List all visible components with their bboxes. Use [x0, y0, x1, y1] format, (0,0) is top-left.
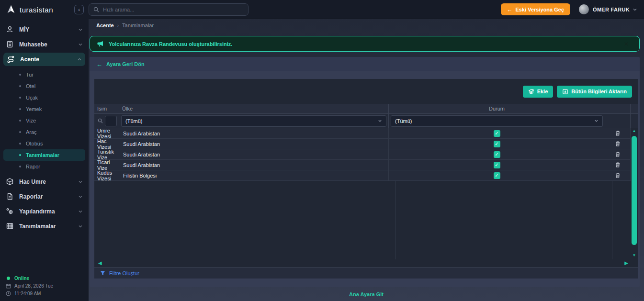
logo-text: turasistan: [20, 6, 74, 14]
main-settings-link[interactable]: Ana Ayara Git: [349, 291, 384, 297]
delete-button[interactable]: [605, 170, 631, 180]
vertical-scrollbar[interactable]: ▲ ▼: [631, 128, 638, 259]
table-row[interactable]: Ticari Vize Suudi Arabistan ✓: [94, 160, 638, 170]
global-search[interactable]: [89, 3, 249, 16]
search-input[interactable]: [103, 7, 227, 12]
bullet-icon: [19, 131, 21, 133]
cell-ulke: Suudi Arabistan: [119, 128, 389, 138]
horizontal-scrollbar: ◀ ▶: [94, 259, 638, 267]
subitem-label: Rapor: [26, 164, 40, 169]
filter-select-ulke-value: (Tümü): [125, 118, 142, 124]
chevron-down-icon: [78, 194, 83, 199]
scroll-left-icon[interactable]: ◀: [98, 261, 102, 266]
app-root: turasistan ‹ MİY Muhasebe: [0, 0, 644, 301]
filter-input-isim[interactable]: [105, 116, 117, 126]
export-button-label: Bütün Bilgileri Aktarın: [571, 89, 627, 94]
chevron-down-icon: [378, 119, 382, 123]
card-body: Ekle Bütün Bilgileri Aktarın İsim Ülke D…: [90, 71, 640, 287]
sidebar-item-hac-umre[interactable]: Hac Umre: [0, 174, 89, 189]
sidebar-item-label: Tanımlamalar: [19, 223, 78, 230]
sidebar-item-tanimlamalar[interactable]: Tanımlamalar: [0, 219, 89, 234]
gears-icon: [6, 207, 14, 215]
delete-button[interactable]: [605, 149, 631, 159]
create-filter-link[interactable]: Filtre Oluştur: [94, 267, 638, 279]
chevron-down-icon[interactable]: [633, 7, 637, 12]
sidebar-item-miy[interactable]: MİY: [0, 22, 89, 37]
status-checkbox[interactable]: ✓: [494, 130, 500, 137]
subitem-label: Uçak: [26, 95, 38, 100]
back-to-settings-link[interactable]: ← Ayara Geri Dön: [96, 61, 145, 68]
sidebar-item-label: Acente: [20, 56, 77, 63]
delete-button[interactable]: [605, 139, 631, 149]
scroll-down-icon[interactable]: ▼: [633, 253, 636, 259]
user-name[interactable]: ÖMER FARUK: [593, 7, 630, 12]
empty-col-ulke: [119, 181, 396, 259]
column-header-ulke[interactable]: Ülke: [119, 104, 389, 113]
person-icon: [6, 25, 14, 33]
old-version-button[interactable]: ← Eski Versiyona Geç: [501, 3, 571, 15]
add-button[interactable]: Ekle: [523, 86, 554, 98]
chevron-down-icon: [78, 42, 83, 47]
column-header-actions: [605, 104, 631, 113]
empty-col-isim: [94, 181, 119, 259]
bullet-icon: [19, 97, 21, 99]
sidebar-subitem-tanimlamalar[interactable]: Tanımlamalar: [3, 149, 85, 161]
column-header-scroll-spacer: [631, 104, 638, 113]
cell-durum: ✓: [389, 160, 605, 170]
topbar-right: ← Eski Versiyona Geç ÖMER FARUK: [501, 3, 644, 15]
scroll-right-icon[interactable]: ▶: [624, 261, 628, 266]
cell-isim: Umre Vizesi: [94, 128, 119, 138]
sidebar-item-muhasebe[interactable]: Muhasebe: [0, 37, 89, 52]
filter-select-durum[interactable]: (Tümü): [391, 115, 603, 127]
bullet-icon: [19, 154, 21, 156]
sidebar-item-yapilandirma[interactable]: Yapılandırma: [0, 204, 89, 219]
breadcrumb: Acente › Tanımlamalar: [89, 19, 644, 32]
sidebar-subitem-otel[interactable]: Otel: [0, 80, 89, 92]
cell-ulke: Suudi Arabistan: [119, 160, 389, 170]
sidebar-subitem-arac[interactable]: Araç: [0, 126, 89, 138]
table-empty-area: [94, 181, 638, 259]
bullet-icon: [19, 108, 21, 110]
subitem-label: Araç: [26, 129, 37, 135]
filter-select-ulke[interactable]: (Tümü): [121, 115, 386, 127]
sidebar-subitem-ucak[interactable]: Uçak: [0, 92, 89, 103]
export-all-button[interactable]: Bütün Bilgileri Aktarın: [557, 86, 632, 98]
table-row[interactable]: Umre Vizesi Suudi Arabistan ✓: [94, 128, 638, 139]
scrollbar-thumb[interactable]: [632, 136, 637, 245]
table-row[interactable]: Hac Vizesi Suudi Arabistan ✓: [94, 139, 638, 149]
close-icon[interactable]: ✕: [620, 41, 633, 47]
scroll-up-icon[interactable]: ▲: [633, 128, 636, 135]
calendar-icon: [6, 283, 11, 289]
table-row[interactable]: Turistik Vize Suudi Arabistan ✓: [94, 149, 638, 160]
online-dot-icon: [7, 277, 10, 280]
sidebar-subitem-rapor[interactable]: Rapor: [0, 161, 89, 172]
sidebar-subitem-otobus[interactable]: Otobüs: [0, 138, 89, 149]
sidebar-item-label: Raporlar: [19, 193, 78, 200]
date-label: April 28, 2026 Tue: [14, 283, 53, 289]
add-button-label: Ekle: [537, 89, 548, 94]
table-row[interactable]: Kudüs Vizesi Filistin Bölgesi ✓: [94, 170, 638, 181]
sidebar-item-label: Hac Umre: [19, 178, 78, 185]
column-header-isim[interactable]: İsim: [94, 104, 119, 113]
avatar[interactable]: [579, 4, 589, 14]
chevron-down-icon: [78, 224, 83, 229]
sidebar-subitem-vize[interactable]: Vize: [0, 115, 89, 126]
logo-row: turasistan ‹: [0, 0, 89, 19]
status-checkbox[interactable]: ✓: [494, 172, 500, 179]
delete-button[interactable]: [605, 160, 631, 170]
breadcrumb-acente[interactable]: Acente: [96, 22, 114, 28]
card-header: ← Ayara Geri Dön: [90, 57, 640, 71]
column-header-durum[interactable]: Durum: [389, 104, 605, 113]
sidebar-item-raporlar[interactable]: Raporlar: [0, 189, 89, 204]
status-checkbox[interactable]: ✓: [494, 162, 500, 168]
sidebar-subitem-tur[interactable]: Tur: [0, 69, 89, 80]
sidebar-subitem-yemek[interactable]: Yemek: [0, 103, 89, 115]
status-checkbox[interactable]: ✓: [494, 151, 500, 158]
sidebar-item-acente[interactable]: Acente: [3, 53, 85, 66]
grid-shell: Ekle Bütün Bilgileri Aktarın İsim Ülke D…: [94, 79, 638, 279]
sidebar-collapse-button[interactable]: ‹: [74, 5, 84, 14]
time-status: 11:24:09 AM: [6, 290, 83, 297]
subitem-label: Otel: [26, 83, 35, 89]
status-checkbox[interactable]: ✓: [494, 141, 500, 147]
delete-button[interactable]: [605, 128, 631, 138]
